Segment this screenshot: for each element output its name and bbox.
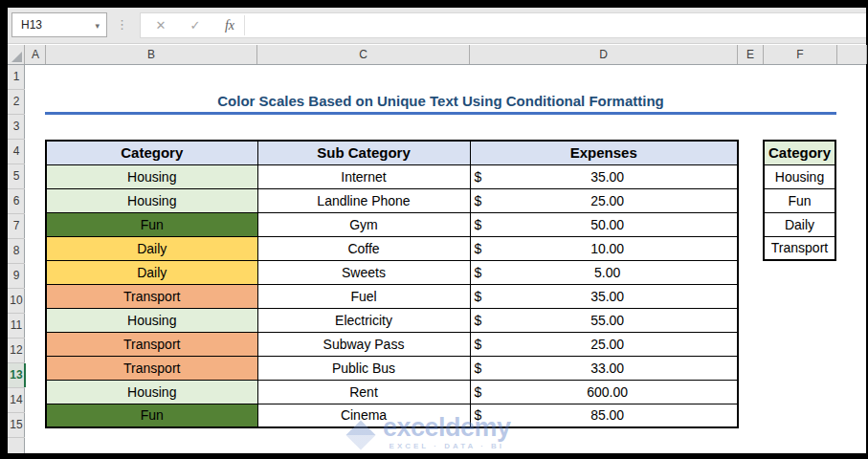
row-header-14[interactable]: 14 xyxy=(8,388,25,413)
insert-function-icon[interactable]: fx xyxy=(217,13,242,37)
expense-cell[interactable]: $50.00 xyxy=(470,212,738,236)
column-header-B[interactable]: B xyxy=(46,45,257,64)
subcategory-cell[interactable]: Internet xyxy=(257,164,470,188)
amount-value: 5.00 xyxy=(594,265,620,280)
name-box-value: H13 xyxy=(21,18,42,32)
expense-cell[interactable]: $85.00 xyxy=(470,404,738,427)
row-header-5[interactable]: 5 xyxy=(8,164,25,189)
formula-bar-strip: ✕ ✓ fx xyxy=(140,12,866,38)
subcategory-cell[interactable]: Cinema xyxy=(257,404,470,427)
legend-item-cell[interactable]: Housing xyxy=(764,164,835,188)
table-header-category[interactable]: Category xyxy=(46,141,257,164)
row-header-11[interactable]: 11 xyxy=(8,314,25,339)
table-row: TransportSubway Pass$25.00 xyxy=(46,332,738,356)
currency-symbol: $ xyxy=(475,337,482,352)
subcategory-cell[interactable]: Subway Pass xyxy=(257,332,470,356)
row-header-15[interactable]: 15 xyxy=(8,413,25,438)
row-header-12[interactable]: 12 xyxy=(8,339,25,363)
currency-symbol: $ xyxy=(475,289,482,304)
category-cell[interactable]: Transport xyxy=(46,284,257,308)
table-row: HousingInternet$35.00 xyxy=(46,164,738,188)
category-cell[interactable]: Housing xyxy=(46,188,257,212)
toolbar-drag-dots-icon: ⋮ xyxy=(116,12,128,37)
table-header-expenses[interactable]: Expenses xyxy=(470,141,738,164)
subcategory-cell[interactable]: Electricity xyxy=(257,308,470,332)
excel-screenshot: H13 ▾ ⋮ ✕ ✓ fx ABCDEF 123456789101112131… xyxy=(0,0,868,459)
subcategory-cell[interactable]: Landline Phone xyxy=(257,188,470,212)
row-header-partial[interactable] xyxy=(8,438,25,452)
column-header-A[interactable]: A xyxy=(26,45,46,64)
currency-symbol: $ xyxy=(475,265,482,280)
expense-cell[interactable]: $5.00 xyxy=(470,260,738,284)
name-box-dropdown-icon[interactable]: ▾ xyxy=(95,14,100,37)
row-header-13[interactable]: 13 xyxy=(8,363,25,388)
select-all-triangle-icon xyxy=(11,52,22,62)
row-header-3[interactable]: 3 xyxy=(8,115,25,140)
row-header-1[interactable]: 1 xyxy=(8,65,25,90)
category-cell[interactable]: Daily xyxy=(46,260,257,284)
row-header-2[interactable]: 2 xyxy=(8,90,25,115)
category-cell[interactable]: Transport xyxy=(46,332,257,356)
currency-symbol: $ xyxy=(475,193,482,208)
category-cell[interactable]: Daily xyxy=(46,236,257,260)
row-header-9[interactable]: 9 xyxy=(8,264,25,289)
legend-item-cell[interactable]: Daily xyxy=(764,212,835,236)
expense-cell[interactable]: $10.00 xyxy=(470,236,738,260)
legend-item-cell[interactable]: Fun xyxy=(764,188,835,212)
expense-cell[interactable]: $600.00 xyxy=(470,380,738,404)
category-cell[interactable]: Housing xyxy=(46,308,257,332)
row-header-7[interactable]: 7 xyxy=(8,214,25,239)
expense-cell[interactable]: $35.00 xyxy=(470,284,738,308)
amount-value: 25.00 xyxy=(590,193,624,208)
subcategory-cell[interactable]: Fuel xyxy=(257,284,470,308)
currency-symbol: $ xyxy=(475,169,482,185)
legend-row: Transport xyxy=(764,236,835,260)
table-row: HousingRent$600.00 xyxy=(46,380,738,404)
category-cell[interactable]: Fun xyxy=(46,212,257,236)
legend-row: Housing xyxy=(764,164,835,188)
expense-cell[interactable]: $33.00 xyxy=(470,356,738,380)
category-cell[interactable]: Transport xyxy=(46,356,257,380)
expense-cell[interactable]: $25.00 xyxy=(470,188,738,212)
name-box[interactable]: H13 ▾ xyxy=(11,12,107,37)
expense-cell[interactable]: $55.00 xyxy=(470,308,738,332)
column-header-E[interactable]: E xyxy=(738,45,764,64)
currency-symbol: $ xyxy=(475,361,482,376)
subcategory-cell[interactable]: Public Bus xyxy=(257,356,470,380)
subcategory-cell[interactable]: Sweets xyxy=(257,260,470,284)
table-row: HousingElectricity$55.00 xyxy=(46,308,738,332)
row-header-6[interactable]: 6 xyxy=(8,189,25,214)
category-cell[interactable]: Fun xyxy=(46,404,257,427)
row-header-8[interactable]: 8 xyxy=(8,239,25,264)
currency-symbol: $ xyxy=(475,241,482,256)
sheet-title-cell[interactable]: Color Scales Based on Unique Text Using … xyxy=(45,90,836,115)
row-header-4[interactable]: 4 xyxy=(8,140,25,164)
amount-value: 25.00 xyxy=(590,337,624,352)
column-header-D[interactable]: D xyxy=(470,45,738,64)
subcategory-cell[interactable]: Gym xyxy=(257,212,470,236)
amount-value: 55.00 xyxy=(590,313,624,328)
legend-item-cell[interactable]: Transport xyxy=(764,236,835,260)
formula-bar-separator xyxy=(244,15,245,35)
expenses-table: CategorySub CategoryExpenses HousingInte… xyxy=(45,140,739,428)
column-header-partial[interactable] xyxy=(837,45,867,64)
subcategory-cell[interactable]: Rent xyxy=(257,380,470,404)
column-headers-row: ABCDEF xyxy=(8,45,866,65)
amount-value: 10.00 xyxy=(590,241,624,256)
legend-row: Fun xyxy=(764,188,835,212)
table-header-sub-category[interactable]: Sub Category xyxy=(257,141,470,164)
expense-cell[interactable]: $25.00 xyxy=(470,332,738,356)
enter-icon[interactable]: ✓ xyxy=(183,13,208,37)
expense-cell[interactable]: $35.00 xyxy=(470,164,738,188)
category-cell[interactable]: Housing xyxy=(46,380,257,404)
select-all-corner[interactable] xyxy=(8,45,25,64)
column-header-F[interactable]: F xyxy=(764,45,837,64)
column-header-C[interactable]: C xyxy=(257,45,470,64)
legend-row: Daily xyxy=(764,212,835,236)
cancel-icon[interactable]: ✕ xyxy=(148,13,173,37)
row-header-10[interactable]: 10 xyxy=(8,289,25,314)
subcategory-cell[interactable]: Coffe xyxy=(257,236,470,260)
formula-bar-input[interactable] xyxy=(248,13,866,37)
legend-header-cell[interactable]: Category xyxy=(764,141,835,164)
category-cell[interactable]: Housing xyxy=(46,164,257,188)
